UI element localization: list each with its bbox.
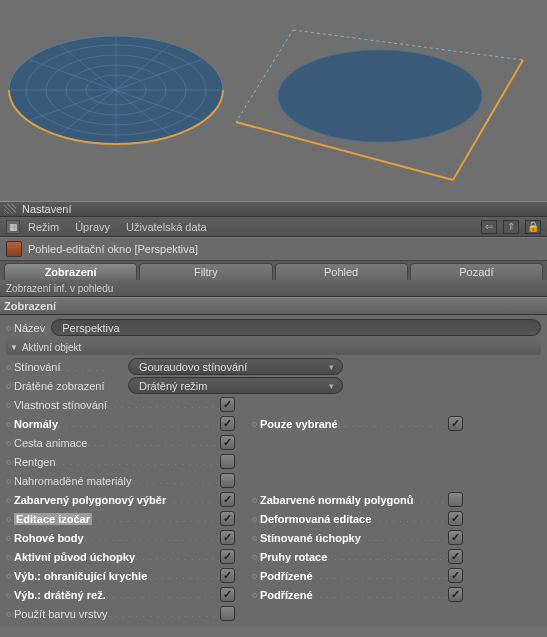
- checkbox[interactable]: [220, 587, 235, 602]
- panel-title: Nastavení: [22, 203, 72, 215]
- checkbox[interactable]: [448, 511, 463, 526]
- dots: . . . . . . . . . . . . . . . . . . . . …: [106, 590, 220, 600]
- name-row: ○ Název: [6, 318, 541, 337]
- dots: . . . . . . . . . . . . . . . . . . . . …: [361, 533, 448, 543]
- bullet-icon: ○: [6, 533, 14, 543]
- bullet-icon: ○: [252, 533, 260, 543]
- tab-display[interactable]: Zobrazení: [4, 263, 137, 280]
- checkbox[interactable]: [220, 549, 235, 564]
- lock-icon[interactable]: 🔒: [525, 220, 541, 234]
- checkbox[interactable]: [448, 416, 463, 431]
- checkbox[interactable]: [220, 397, 235, 412]
- svg-point-5: [278, 50, 482, 142]
- tab-background[interactable]: Pozadí: [410, 263, 543, 280]
- viewport-3d[interactable]: [0, 0, 547, 201]
- shading-row: ○ Stínování. . . . . . . Gouraudovo stín…: [6, 357, 541, 376]
- bullet-icon: ○: [6, 400, 14, 410]
- menubar: ▦ Režim Úpravy Uživatelská data ⇐ ⇑ 🔒: [0, 217, 547, 237]
- property-label: Cesta animace: [14, 437, 87, 449]
- property-label: Stínované úchopky: [260, 532, 361, 544]
- property-row: ○Vlastnost stínování . . . . . . . . . .…: [6, 395, 244, 414]
- shading-label: Stínování. . . . . . .: [14, 361, 124, 373]
- menu-userdata[interactable]: Uživatelská data: [126, 221, 207, 233]
- property-label: Zabarvený polygonový výběr: [14, 494, 166, 506]
- checkbox[interactable]: [448, 530, 463, 545]
- checkbox[interactable]: [220, 416, 235, 431]
- app-icon[interactable]: ▦: [6, 220, 20, 234]
- chevron-down-icon: ▼: [10, 343, 18, 352]
- property-row: ○Zabarvený polygonový výběr . . . . . . …: [6, 490, 244, 509]
- checkbox[interactable]: [220, 492, 235, 507]
- property-label: Deformovaná editace: [260, 513, 371, 525]
- property-label: Podřízené: [260, 589, 313, 601]
- property-label: Vlastnost stínování: [14, 399, 107, 411]
- property-row: ○Stínované úchopky . . . . . . . . . . .…: [252, 528, 541, 547]
- checkbox[interactable]: [220, 568, 235, 583]
- menu-mode[interactable]: Režim: [28, 221, 59, 233]
- dots: . . . . . . . . . . . . . . . . . . . . …: [108, 609, 220, 619]
- dots: . . . . . . . . . . . . . . . . . . . . …: [338, 419, 448, 429]
- dots: . . . . . . . .: [413, 495, 448, 505]
- dots: . . . . . . . . . . . . . . . . . . . . …: [87, 438, 220, 448]
- bullet-icon: ○: [252, 419, 260, 429]
- dots: . . . . . . . . . . . . . . . . . . . . …: [313, 571, 448, 581]
- property-row: ○Zabarvené normály polygonů . . . . . . …: [252, 490, 541, 509]
- property-label: Pouze vybrané: [260, 418, 338, 430]
- property-row: ○Aktivní původ úchopky . . . . . . . . .…: [6, 547, 244, 566]
- property-label: Aktivní původ úchopky: [14, 551, 135, 563]
- dots: . . . . . . . . . . . . . . . . . . . . …: [84, 533, 220, 543]
- checkbox[interactable]: [220, 473, 235, 488]
- tab-filters[interactable]: Filtry: [139, 263, 272, 280]
- wire-row: ○ Drátěné zobrazení . Drátěný režim: [6, 376, 541, 395]
- sub-bar-label: Zobrazení inf. v pohledu: [6, 283, 113, 294]
- dots: . . . . . . . . . . . . . . . . . . . . …: [107, 400, 220, 410]
- checkbox[interactable]: [220, 454, 235, 469]
- menu-edit[interactable]: Úpravy: [75, 221, 110, 233]
- dots: . . . . . . . . . . . . . . . . . . . . …: [92, 514, 220, 524]
- property-row: ○Normály . . . . . . . . . . . . . . . .…: [6, 414, 244, 433]
- bullet-icon: ○: [6, 419, 14, 429]
- bullet-icon: ○: [6, 609, 14, 619]
- checkbox[interactable]: [220, 435, 235, 450]
- checkbox[interactable]: [448, 568, 463, 583]
- nav-up-icon[interactable]: ⇑: [503, 220, 519, 234]
- checkbox[interactable]: [220, 530, 235, 545]
- bullet-icon: ○: [6, 438, 14, 448]
- section-header: Zobrazení: [0, 297, 547, 315]
- property-row: ○Rohové body . . . . . . . . . . . . . .…: [6, 528, 244, 547]
- dots: . . . . . . . . . . . . . . . . . . . .: [135, 552, 220, 562]
- bullet-icon: ○: [252, 571, 260, 581]
- active-object-group[interactable]: ▼ Aktivní objekt: [6, 339, 541, 355]
- nav-back-icon[interactable]: ⇐: [481, 220, 497, 234]
- dots: . . . . . . . . . . . . . . . . . .: [371, 514, 448, 524]
- checkbox[interactable]: [220, 606, 235, 621]
- property-label: Rentgen: [14, 456, 56, 468]
- property-row: ○Podřízené . . . . . . . . . . . . . . .…: [252, 585, 541, 604]
- wire-label: Drátěné zobrazení .: [14, 380, 124, 392]
- active-object-label: Aktivní objekt: [22, 342, 81, 353]
- property-label: Výb.: drátěný rež.: [14, 589, 106, 601]
- name-input[interactable]: [51, 319, 541, 336]
- name-label: Název: [14, 322, 45, 334]
- property-row: ○Výb.: drátěný rež. . . . . . . . . . . …: [6, 585, 244, 604]
- checkbox[interactable]: [220, 511, 235, 526]
- property-label: Výb.: ohraničující krychle: [14, 570, 147, 582]
- tab-view[interactable]: Pohled: [275, 263, 408, 280]
- property-label: Editace izočar: [14, 513, 92, 525]
- wire-dropdown[interactable]: Drátěný režim: [128, 377, 343, 394]
- property-label: Pruhy rotace: [260, 551, 327, 563]
- sub-bar[interactable]: Zobrazení inf. v pohledu: [0, 280, 547, 297]
- shading-dropdown[interactable]: Gouraudovo stínování: [128, 358, 343, 375]
- checkbox[interactable]: [448, 549, 463, 564]
- object-icon: [6, 241, 22, 257]
- bullet-icon: ○: [6, 476, 14, 486]
- bullet-icon: ○: [6, 571, 14, 581]
- bullet-icon: ○: [6, 590, 14, 600]
- checkbox[interactable]: [448, 492, 463, 507]
- tab-row: Zobrazení Filtry Pohled Pozadí: [0, 261, 547, 280]
- bullet-icon: ○: [252, 514, 260, 524]
- property-row: ○Cesta animace . . . . . . . . . . . . .…: [6, 433, 244, 452]
- file-label: Pohled-editační okno [Perspektiva]: [28, 243, 198, 255]
- checkbox[interactable]: [448, 587, 463, 602]
- property-row: ○Pouze vybrané . . . . . . . . . . . . .…: [252, 414, 541, 433]
